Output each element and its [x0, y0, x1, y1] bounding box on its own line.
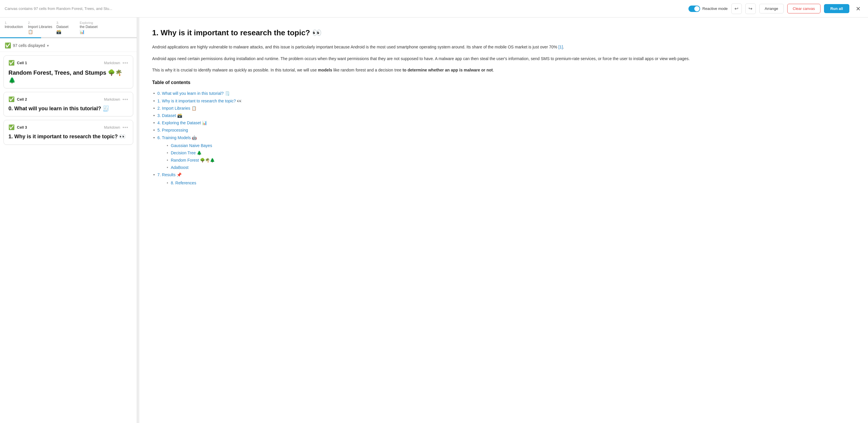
resize-divider[interactable] — [137, 18, 139, 423]
step-exploring-dataset[interactable]: Exploring the Dataset 📊 — [80, 21, 103, 37]
toc-link-7[interactable]: 7. Results 📌 — [157, 172, 182, 177]
cell-3-menu-button[interactable]: ••• — [122, 125, 128, 130]
cell-card-2[interactable]: ✅ Cell 2 Markdown ••• 0. What will you l… — [3, 92, 133, 116]
content-para1: Android applications are highly vulnerab… — [152, 44, 855, 51]
toc-link-1[interactable]: 1. Why is it important to research the t… — [157, 98, 242, 103]
toc-item-7: 7. Results 📌 8. References — [152, 171, 855, 187]
cell-1-content: Random Forest, Trees, and Stumps 🌳🌴🌲 — [8, 69, 128, 84]
cell-2-content: 0. What will you learn in this tutorial?… — [8, 105, 128, 112]
cell-3-content: 1. Why is it important to research the t… — [8, 133, 128, 140]
content-area: 1. Why is it important to research the t… — [139, 18, 868, 423]
step-dataset[interactable]: 3. Dataset 🗃️ — [56, 21, 80, 37]
reactive-mode-toggle[interactable] — [688, 5, 700, 12]
cells-check-icon: ✅ — [5, 42, 11, 49]
cell-3-header: ✅ Cell 3 Markdown ••• — [8, 124, 128, 131]
toc-link-dt[interactable]: Decision Tree 🌲 — [171, 150, 202, 155]
toc-link-6[interactable]: 6. Training Models 🤖 — [157, 135, 197, 140]
cell-3-type: Markdown — [104, 125, 120, 130]
redo-button[interactable]: ↪ — [745, 3, 756, 14]
sidebar: 1. Introduction 2. Import Libraries 📋 3.… — [0, 18, 137, 423]
progress-bar — [0, 37, 137, 38]
content-para2: Android apps need certain permissions du… — [152, 55, 855, 62]
step-introduction[interactable]: 1. Introduction — [5, 21, 28, 37]
cell-card-1[interactable]: ✅ Cell 1 Markdown ••• Random Forest, Tre… — [3, 55, 133, 88]
main-layout: 1. Introduction 2. Import Libraries 📋 3.… — [0, 18, 868, 423]
toc-link-ada[interactable]: AdaBoost — [171, 165, 189, 170]
close-button[interactable]: ✕ — [853, 3, 863, 14]
arrange-button[interactable]: Arrange — [759, 4, 784, 13]
content-heading: 1. Why is it important to research the t… — [152, 28, 855, 38]
steps-nav: 1. Introduction 2. Import Libraries 📋 3.… — [0, 18, 137, 37]
toc-link-2[interactable]: 2. Import Libraries 📋 — [157, 106, 196, 111]
cell-1-header: ✅ Cell 1 Markdown ••• — [8, 60, 128, 66]
toc-item-6: 6. Training Models 🤖 Gaussian Naive Baye… — [152, 134, 855, 172]
cell-1-menu-button[interactable]: ••• — [122, 60, 128, 66]
step-import-libraries[interactable]: 2. Import Libraries 📋 — [28, 21, 56, 37]
ref-1-link[interactable]: [1] — [558, 45, 563, 49]
cell-2-label: Cell 2 — [17, 97, 27, 102]
toc-item-1: 1. Why is it important to research the t… — [152, 97, 855, 105]
toc-link-gnb[interactable]: Gaussian Naive Bayes — [171, 143, 212, 148]
cell-2-type: Markdown — [104, 97, 120, 102]
cell-3-check-icon: ✅ — [8, 124, 14, 131]
toc-sublist-6: Gaussian Naive Bayes Decision Tree 🌲 Ran… — [157, 142, 855, 172]
cell-2-check-icon: ✅ — [8, 96, 14, 103]
content-para3: This is why it is crucial to identify ma… — [152, 67, 855, 74]
reactive-toggle[interactable]: Reactive mode — [688, 5, 728, 12]
toc-item-4: 4. Exploring the Dataset 📊 — [152, 119, 855, 126]
toc-item-6-1: Gaussian Naive Bayes — [165, 142, 855, 149]
cell-1-type: Markdown — [104, 61, 120, 65]
toc-item-8: 8. References — [165, 179, 855, 187]
toc-item-2: 2. Import Libraries 📋 — [152, 105, 855, 112]
toc-item-6-2: Decision Tree 🌲 — [165, 149, 855, 157]
toc-item-5: 5. Preprocessing — [152, 126, 855, 134]
progress-fill — [0, 37, 41, 38]
toc-item-6-3: Random Forest 🌳🌴🌲 — [165, 157, 855, 164]
cell-2-header: ✅ Cell 2 Markdown ••• — [8, 96, 128, 103]
canvas-info: Canvas contains 97 cells from Random For… — [5, 6, 685, 11]
toc-link-0[interactable]: 0. What will you learn in this tutorial?… — [157, 91, 230, 96]
cell-1-label: Cell 1 — [17, 61, 27, 65]
toc-item-3: 3. Dataset 🗃️ — [152, 112, 855, 119]
cell-2-menu-button[interactable]: ••• — [122, 97, 128, 102]
clear-canvas-button[interactable]: Clear canvas — [787, 4, 820, 13]
toc-link-5[interactable]: 5. Preprocessing — [157, 128, 188, 133]
toc-link-rf[interactable]: Random Forest 🌳🌴🌲 — [171, 158, 215, 163]
reactive-label: Reactive mode — [703, 6, 728, 11]
cell-card-3[interactable]: ✅ Cell 3 Markdown ••• 1. Why is it impor… — [3, 120, 133, 144]
cells-list: ✅ Cell 1 Markdown ••• Random Forest, Tre… — [0, 52, 137, 423]
toc-sublist-7: 8. References — [157, 179, 855, 187]
topbar: Canvas contains 97 cells from Random For… — [0, 0, 868, 18]
cells-chevron-icon[interactable]: ▾ — [47, 44, 49, 48]
cell-3-label: Cell 3 — [17, 125, 27, 130]
toc-item-0: 0. What will you learn in this tutorial?… — [152, 90, 855, 97]
toc-title: Table of contents — [152, 79, 855, 86]
cells-count: 97 cells displayed — [13, 43, 45, 48]
toc-link-3[interactable]: 3. Dataset 🗃️ — [157, 113, 182, 118]
undo-button[interactable]: ↩ — [731, 3, 742, 14]
toc-link-8[interactable]: 8. References — [171, 180, 196, 185]
run-all-button[interactable]: Run all — [824, 4, 849, 13]
toc-link-4[interactable]: 4. Exploring the Dataset 📊 — [157, 120, 207, 125]
cell-1-check-icon: ✅ — [8, 60, 14, 66]
cells-header: ✅ 97 cells displayed ▾ — [0, 38, 137, 52]
toc-item-6-4: AdaBoost — [165, 164, 855, 171]
toc-list: 0. What will you learn in this tutorial?… — [152, 90, 855, 187]
